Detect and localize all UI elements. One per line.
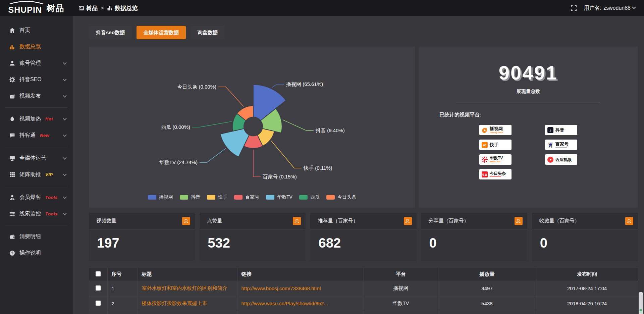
- sliders-icon: [9, 211, 15, 217]
- impressions-total-label: 展现量总数: [419, 89, 638, 95]
- help-icon: ?: [9, 250, 15, 256]
- boosj-logo-icon: [481, 127, 488, 134]
- sidebar-item-home[interactable]: 首页: [0, 22, 73, 39]
- logo-text-cn: 树品: [47, 3, 65, 14]
- legend-mark: [299, 195, 308, 200]
- table-row: 2楼体投影灯投影效果震撼上市http://www.wasu.cn/Play/sh…: [89, 296, 638, 311]
- nightingale-rose-chart: 播视网 (65.61%)抖音 (9.40%)快手 (0.11%)百家号 (0.1…: [89, 47, 415, 188]
- sidebar-item-matrix-boost[interactable]: 矩阵助推VIP: [0, 166, 73, 183]
- video-url-link[interactable]: http://www.wasu.cn/Play/show/id/952...: [241, 301, 360, 306]
- svg-text:?: ?: [11, 251, 13, 255]
- sidebar-divider: [5, 225, 67, 225]
- sidebar-item-douyin-seo[interactable]: 抖音SEO: [0, 71, 73, 88]
- sidebar-item-video-publish[interactable]: 视频发布: [0, 88, 73, 104]
- platform-column: ♪抖音百百家号西瓜视频: [545, 125, 577, 179]
- stat-value: 0: [421, 229, 527, 251]
- platform-name: 快手: [490, 143, 498, 147]
- platform-tagline: [555, 147, 567, 148]
- sidebar-item-help-guide[interactable]: ?操作说明: [0, 245, 73, 261]
- stat-card-recommend-count: 推荐量（百家号）总682: [310, 213, 416, 261]
- chevron-down-icon: [632, 5, 636, 9]
- legend-item-百家号[interactable]: 百家号: [234, 194, 259, 200]
- chevron-down-icon: [63, 116, 66, 122]
- row-checkbox[interactable]: [96, 285, 101, 291]
- platform-badge-toutiao: 头条今日头条: [479, 169, 512, 179]
- sidebar-item-data-overview[interactable]: 数据总览: [0, 39, 73, 55]
- stat-value: 532: [200, 229, 306, 251]
- photo-icon: [79, 6, 84, 11]
- sidebar-item-video-heat[interactable]: 视频加热Hot: [0, 111, 73, 127]
- legend-item-今日头条[interactable]: 今日头条: [326, 194, 356, 200]
- chevron-down-icon: [63, 93, 66, 99]
- chevron-down-icon: [63, 172, 66, 178]
- video-title-link[interactable]: 楼体投影灯投影效果震撼上市: [142, 300, 233, 307]
- platform-name: 百家号: [555, 142, 569, 146]
- fullscreen-icon[interactable]: [571, 5, 577, 11]
- heat-icon: [9, 116, 15, 122]
- app-logo: SHUPIN 树品: [0, 0, 73, 16]
- stat-title: 收藏量（百家号）: [539, 218, 580, 224]
- sidebar-item-clue-monitor[interactable]: 线索监控Tools: [0, 206, 73, 222]
- sidebar-item-account-manage[interactable]: 账号管理: [0, 55, 73, 71]
- sidebar-item-media-operation[interactable]: 全媒体运营: [0, 150, 73, 166]
- row-checkbox[interactable]: [96, 301, 101, 306]
- toutiao-logo-icon: 头条: [481, 171, 488, 178]
- sidebar-item-member-baoke[interactable]: 会员爆客Tools: [0, 189, 73, 206]
- sidebar-item-label: 消费明细: [19, 233, 41, 240]
- chat-icon: [9, 133, 15, 138]
- stat-title: 点赞量: [207, 218, 222, 224]
- platform-subtext: boosj.com: [490, 131, 503, 134]
- sidebar-item-badge: Hot: [45, 116, 53, 121]
- legend-mark: [180, 195, 188, 200]
- sidebar-item-label: 线索监控: [19, 210, 41, 217]
- video-title-link[interactable]: 室外水纹灯和室内水纹灯的区别和简介: [142, 285, 233, 292]
- home-icon: [9, 28, 15, 33]
- user-menu[interactable]: 用户名: zswodun88: [584, 5, 635, 12]
- chevron-down-icon: [63, 211, 66, 217]
- column-header: 序号: [107, 268, 138, 281]
- sidebar-item-badge: Tools: [45, 211, 58, 216]
- legend-mark: [234, 195, 243, 200]
- videos-table: 序号标题链接平台播放量发布时间 1室外水纹灯和室内水纹灯的区别和简介http:/…: [89, 268, 638, 314]
- breadcrumb-item[interactable]: 数据总览: [107, 4, 138, 12]
- impressions-total: 90491: [419, 61, 638, 84]
- column-header: 发布时间: [536, 268, 638, 281]
- label-line: [192, 121, 232, 127]
- legend-mark: [148, 195, 156, 200]
- legend-label: 播视网: [159, 194, 173, 200]
- tab-inquiry-data[interactable]: 询盘数据: [191, 26, 225, 39]
- scrollbar[interactable]: [639, 292, 643, 314]
- stat-value: 197: [89, 229, 195, 251]
- pie-label: 华数TV (24.74%): [159, 159, 198, 165]
- videos-table-wrap: 序号标题链接平台播放量发布时间 1室外水纹灯和室内水纹灯的区别和简介http:/…: [89, 268, 638, 314]
- video-url-link[interactable]: http://www.boosj.com/7338468.html: [241, 285, 360, 291]
- pie-slice-华数TV[interactable]: [220, 128, 249, 157]
- chevron-down-icon: [63, 60, 66, 66]
- stat-card-share-count: 分享量（百家号）总0: [421, 213, 527, 261]
- platform-name: 华数TV: [490, 156, 503, 160]
- cell-time: 2017-08-24 17:04: [536, 281, 638, 296]
- legend-item-西瓜[interactable]: 西瓜: [299, 194, 320, 200]
- breadcrumb: 树品>数据总览: [79, 4, 138, 12]
- bar-chart-icon: [9, 44, 15, 50]
- legend-label: 百家号: [245, 194, 259, 200]
- pie-label: 百家号 (0.15%): [263, 174, 297, 179]
- member-icon: [9, 195, 15, 200]
- svg-text:头条: 头条: [482, 173, 488, 176]
- cell-index: 1: [107, 281, 138, 296]
- legend-item-华数TV[interactable]: 华数TV: [266, 194, 292, 200]
- label-line: [283, 120, 314, 130]
- stat-title: 推荐量（百家号）: [318, 218, 358, 224]
- legend-item-抖音[interactable]: 抖音: [180, 194, 200, 200]
- sidebar-item-douketong[interactable]: 抖客通New: [0, 127, 73, 144]
- platform-badge-baijiahao: 百百家号: [545, 140, 577, 150]
- publish-icon: [9, 93, 15, 99]
- platform-subtext: wasu.cn: [490, 160, 500, 163]
- legend-item-播视网[interactable]: 播视网: [148, 194, 173, 200]
- sidebar-item-expense-detail[interactable]: 消费明细: [0, 228, 73, 245]
- select-all-checkbox[interactable]: [96, 271, 101, 276]
- tab-media-operation-data[interactable]: 全媒体运营数据: [137, 26, 186, 39]
- breadcrumb-item[interactable]: 树品: [79, 4, 98, 12]
- tab-douyin-seo-data[interactable]: 抖音seo数据: [89, 26, 132, 39]
- legend-item-快手[interactable]: 快手: [207, 194, 227, 200]
